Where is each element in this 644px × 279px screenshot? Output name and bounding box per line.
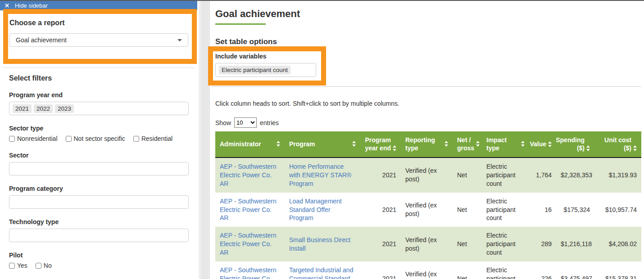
column-header-spending[interactable]: Spending ($) bbox=[556, 131, 594, 158]
filter-label: Sector bbox=[9, 152, 189, 159]
technology-type-input[interactable] bbox=[9, 229, 189, 242]
checkbox[interactable] bbox=[133, 136, 139, 142]
net-gross-cell: Net bbox=[453, 158, 482, 193]
year-tag[interactable]: 2023 bbox=[55, 104, 74, 113]
table-row: AEP - Southwestern Electric Power Co. AR… bbox=[215, 193, 641, 227]
filter-label: Pilot bbox=[9, 252, 189, 259]
program-category-input[interactable] bbox=[9, 195, 189, 209]
unit-cost-cell: $4,208.02 bbox=[594, 227, 641, 261]
column-label: Net / gross bbox=[457, 136, 474, 152]
reporting-type-cell: Verified (ex post) bbox=[401, 158, 453, 193]
report-select[interactable]: Goal achievement bbox=[9, 33, 188, 47]
net-gross-cell: Net bbox=[453, 193, 482, 227]
value-cell: 16 bbox=[529, 193, 556, 227]
value-cell: 289 bbox=[529, 227, 556, 261]
column-label: Administrator bbox=[220, 140, 261, 148]
checkbox-residential[interactable]: Residential bbox=[133, 135, 172, 142]
spending-cell: $1,216,118 bbox=[556, 227, 594, 261]
impact-type-cell: Electric participant count bbox=[482, 158, 529, 193]
column-header-administrator[interactable]: Administrator bbox=[215, 131, 285, 158]
highlight-box-include-variables: Include variables Electric participant c… bbox=[208, 46, 326, 86]
program-link[interactable]: Load Management Standard Offer Program bbox=[289, 198, 342, 222]
unit-cost-cell: $10,957.74 bbox=[594, 193, 641, 227]
filter-technology-type: Technology type bbox=[9, 218, 189, 242]
program-link[interactable]: Home Performance with ENERGY STAR® Progr… bbox=[289, 163, 351, 187]
filter-program-category: Program category bbox=[9, 185, 189, 209]
sort-icon bbox=[586, 145, 590, 152]
program-year-end-cell: 2021 bbox=[360, 193, 401, 227]
checkbox-no[interactable]: No bbox=[36, 262, 52, 269]
column-header-value[interactable]: Value bbox=[529, 131, 556, 158]
program-link[interactable]: Targeted Industrial and Commercial Stand… bbox=[289, 266, 353, 279]
sidebar-divider bbox=[3, 68, 194, 68]
program-year-end-input[interactable]: 2021 2022 2023 bbox=[9, 102, 189, 115]
sidebar-scrollbar[interactable] bbox=[199, 1, 210, 279]
set-table-options-heading: Set table options bbox=[215, 37, 277, 46]
filter-sector-type: Sector type Nonresidential Not sector sp… bbox=[9, 125, 189, 142]
column-label: Unit cost ($) bbox=[599, 136, 631, 152]
checkbox-label: No bbox=[44, 262, 52, 269]
checkbox-label: Residential bbox=[141, 135, 172, 142]
sort-icon bbox=[521, 141, 525, 148]
year-tag[interactable]: 2021 bbox=[13, 104, 32, 113]
close-icon: ✕ bbox=[5, 2, 9, 9]
filters-panel: Select filters Program year end 2021 202… bbox=[9, 74, 189, 279]
table-header-row: Administrator Program Program year end R… bbox=[215, 131, 641, 158]
checkbox-yes[interactable]: Yes bbox=[9, 262, 27, 269]
program-year-end-cell: 2021 bbox=[360, 158, 401, 193]
sort-hint-text: Click column heads to sort. Shift+click … bbox=[215, 100, 399, 107]
administrator-link[interactable]: AEP - Southwestern Electric Power Co. AR bbox=[220, 232, 277, 256]
spending-cell: $2,328,353 bbox=[556, 158, 594, 193]
filter-sector: Sector bbox=[9, 152, 189, 176]
filter-label: Technology type bbox=[9, 218, 189, 225]
program-link[interactable]: Small Business Direct Install bbox=[289, 236, 350, 252]
checkbox-not-sector-specific[interactable]: Not sector specific bbox=[66, 135, 125, 142]
entries-select[interactable]: 10 bbox=[234, 117, 257, 128]
checkbox[interactable] bbox=[36, 263, 41, 269]
sector-input[interactable] bbox=[9, 162, 189, 176]
value-cell: 1,764 bbox=[529, 158, 556, 193]
include-variables-label: Include variables bbox=[215, 53, 321, 60]
net-gross-cell: Net bbox=[453, 227, 482, 261]
sort-icon bbox=[476, 141, 480, 148]
main-divider bbox=[212, 86, 641, 87]
filter-program-year-end: Program year end 2021 2022 2023 bbox=[9, 91, 189, 115]
unit-cost-cell: $1,319.93 bbox=[594, 158, 641, 193]
checkbox-nonresidential[interactable]: Nonresidential bbox=[9, 135, 58, 142]
column-label: Spending ($) bbox=[556, 136, 585, 152]
filter-label: Program category bbox=[9, 185, 189, 192]
program-year-end-cell: 2021 bbox=[360, 261, 401, 279]
impact-type-cell: Electric participant count bbox=[482, 193, 529, 227]
sort-icon bbox=[393, 145, 396, 152]
column-label: Program bbox=[289, 140, 315, 148]
report-table: Administrator Program Program year end R… bbox=[215, 131, 641, 279]
variable-tag[interactable]: Electric participant count bbox=[219, 66, 290, 74]
column-header-program[interactable]: Program bbox=[285, 131, 360, 158]
checkbox[interactable] bbox=[66, 136, 72, 142]
show-label: Show bbox=[215, 119, 231, 126]
sort-icon bbox=[548, 141, 552, 148]
sort-icon bbox=[444, 141, 448, 148]
chevron-down-icon bbox=[177, 39, 182, 41]
filter-pilot: Pilot Yes No bbox=[9, 252, 189, 269]
administrator-link[interactable]: AEP - Southwestern Electric Power Co. AR bbox=[220, 266, 277, 279]
checkbox[interactable] bbox=[9, 263, 15, 269]
column-header-impact-type[interactable]: Impact type bbox=[482, 131, 529, 158]
year-tag[interactable]: 2022 bbox=[34, 104, 53, 113]
sort-icon bbox=[352, 141, 356, 148]
column-header-unit-cost[interactable]: Unit cost ($) bbox=[594, 131, 641, 158]
table-row: AEP - Southwestern Electric Power Co. AR… bbox=[215, 158, 641, 193]
column-header-reporting-type[interactable]: Reporting type bbox=[401, 131, 453, 158]
column-header-net-gross[interactable]: Net / gross bbox=[453, 131, 482, 158]
table-row: AEP - Southwestern Electric Power Co. AR… bbox=[215, 261, 641, 279]
show-entries-control: Show 10 entries bbox=[215, 117, 279, 128]
reporting-type-cell: Verified (ex post) bbox=[401, 227, 453, 261]
page-title: Goal achievement bbox=[215, 8, 300, 20]
administrator-link[interactable]: AEP - Southwestern Electric Power Co. AR bbox=[220, 198, 277, 222]
include-variables-input[interactable]: Electric participant count bbox=[215, 63, 316, 77]
spending-cell: $175,324 bbox=[556, 193, 594, 227]
sort-icon bbox=[277, 141, 280, 148]
column-header-program-year-end[interactable]: Program year end bbox=[360, 131, 401, 158]
checkbox[interactable] bbox=[9, 136, 15, 142]
administrator-link[interactable]: AEP - Southwestern Electric Power Co. AR bbox=[220, 163, 277, 187]
